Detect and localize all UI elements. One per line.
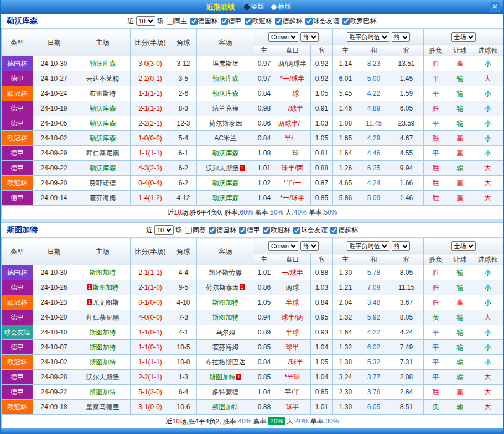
handicap-result-flag: 输 bbox=[448, 161, 472, 176]
league-checkbox[interactable] bbox=[221, 18, 228, 25]
avg-final-select[interactable]: 终 bbox=[392, 241, 410, 251]
layout-vertical-option[interactable]: 竖版 bbox=[244, 2, 264, 12]
away-odds: 1.03 bbox=[311, 116, 333, 131]
avg-lose-odds: 1.46 bbox=[389, 191, 424, 206]
same-home-checkbox[interactable] bbox=[167, 18, 174, 25]
result-flag: 胜 bbox=[424, 176, 448, 191]
league-checkbox[interactable] bbox=[305, 18, 313, 25]
handicap-line: *一/球半 bbox=[274, 71, 311, 86]
league-checkbox[interactable] bbox=[342, 18, 350, 25]
col-letgoal: 让球 bbox=[448, 45, 472, 56]
avg-final-select[interactable]: 终 bbox=[392, 32, 410, 42]
league-filter[interactable]: 欧罗巴杯 bbox=[340, 17, 377, 26]
near-label: 近 bbox=[146, 226, 153, 235]
odds-company-select[interactable]: Crown bbox=[268, 32, 298, 42]
away-odds: 0.84 bbox=[311, 295, 333, 310]
bottom-frame-bar bbox=[1, 428, 503, 434]
avg-draw-odds: 5.78 bbox=[358, 265, 389, 280]
league-filter[interactable]: 德超杯 bbox=[272, 17, 303, 26]
away-team-name: 霍芬海姆 bbox=[212, 343, 239, 351]
league-filter[interactable]: 德国杯 bbox=[206, 226, 236, 235]
league-filter[interactable]: 德甲 bbox=[236, 226, 260, 235]
match-count-select[interactable]: 10 bbox=[136, 16, 155, 26]
away-team-name: 勒沃库森 bbox=[212, 179, 239, 187]
away-team-name: 勒沃库森 bbox=[212, 194, 239, 202]
home-team-name: 斯图加特 bbox=[90, 343, 116, 351]
result-flag: 胜 bbox=[424, 131, 448, 146]
home-odds: 1.04 bbox=[254, 191, 274, 206]
result-flag: 平 bbox=[424, 340, 448, 355]
league-filter[interactable]: 德超杯 bbox=[328, 226, 358, 235]
away-odds: 0.91 bbox=[311, 101, 333, 116]
same-comp-label: 同赛 bbox=[193, 226, 206, 235]
league-badge: 德甲 bbox=[2, 370, 33, 385]
home-odds: 0.89 bbox=[254, 325, 274, 340]
filter-bar: 近 10 场 同赛 德国杯 德甲 欧冠杯 球会友谊 德超杯 bbox=[146, 225, 358, 235]
col-corner: 角球 bbox=[170, 29, 197, 56]
result-flag: 胜 bbox=[424, 280, 448, 295]
home-team-name: 费耶诺德 bbox=[90, 179, 116, 187]
league-filter[interactable]: 球会友谊 bbox=[303, 17, 340, 26]
match-count-select[interactable]: 10 bbox=[154, 225, 174, 235]
col-type: 类型 bbox=[2, 238, 33, 265]
result-flag: 胜 bbox=[424, 265, 448, 280]
league-checkbox[interactable] bbox=[263, 227, 270, 234]
league-filter-label: 欧罗巴杯 bbox=[350, 17, 377, 26]
radio-unselected-icon[interactable] bbox=[271, 4, 277, 10]
home-odds: 0.84 bbox=[254, 131, 274, 146]
odds-company-select[interactable]: Crown bbox=[268, 241, 298, 251]
odds-final-select[interactable]: 终 bbox=[300, 241, 319, 251]
goals-result-flag: 小 bbox=[472, 131, 503, 146]
home-team: 沃尔夫斯堡 bbox=[75, 370, 131, 385]
home-odds: 0.98 bbox=[254, 101, 274, 116]
league-checkbox[interactable] bbox=[275, 18, 282, 25]
home-team: 斯图加特 bbox=[75, 355, 131, 370]
league-filter[interactable]: 德国杯 bbox=[188, 17, 218, 26]
home-odds: 1.01 bbox=[254, 265, 274, 280]
summary-part: 大: bbox=[283, 208, 294, 216]
league-filter[interactable]: 欧冠杯 bbox=[260, 226, 290, 235]
radio-selected-icon[interactable] bbox=[244, 4, 250, 10]
match-date: 24-09-14 bbox=[33, 191, 75, 206]
league-filter[interactable]: 欧冠杯 bbox=[242, 17, 272, 26]
handicap-line: 一/球半 bbox=[274, 265, 311, 280]
vertical-radio-label[interactable]: 竖版 bbox=[251, 2, 264, 12]
avg-type-select[interactable]: 胜平负均值 bbox=[347, 241, 389, 251]
scope-select[interactable]: 全场 bbox=[451, 241, 476, 251]
avg-draw-odds: 3.48 bbox=[358, 295, 389, 310]
match-date: 24-10-26 bbox=[33, 280, 75, 295]
league-checkbox[interactable] bbox=[330, 227, 337, 234]
league-filter[interactable]: 德甲 bbox=[218, 17, 242, 26]
avg-lose-odds: 8.05 bbox=[389, 265, 424, 280]
col-date: 日期 bbox=[33, 29, 75, 56]
layout-horizontal-option[interactable]: 横版 bbox=[271, 2, 292, 12]
col-away: 客场 bbox=[197, 238, 254, 265]
odds-final-select[interactable]: 终 bbox=[300, 32, 319, 42]
away-odds: 0.88 bbox=[311, 265, 333, 280]
league-filter[interactable]: 球会友谊 bbox=[290, 226, 328, 235]
redcard-badge: 1 bbox=[87, 284, 92, 290]
match-row: 德甲 24-09-14 霍芬海姆 1-4(1-2) 4-12 勒沃库森 1.04… bbox=[2, 191, 503, 206]
home-team: 斯图加特 bbox=[75, 385, 131, 400]
goals-result-flag: 小 bbox=[472, 295, 503, 310]
summary-part: 单率: bbox=[309, 417, 326, 425]
league-checkbox[interactable] bbox=[293, 227, 300, 234]
away-team-name: 勒沃库森 bbox=[212, 75, 239, 82]
col-date: 日期 bbox=[33, 238, 75, 265]
league-checkbox[interactable] bbox=[239, 227, 246, 234]
league-checkbox[interactable] bbox=[245, 18, 252, 25]
league-checkbox[interactable] bbox=[209, 227, 216, 234]
horizontal-radio-label[interactable]: 横版 bbox=[278, 2, 292, 12]
scope-select[interactable]: 全场 bbox=[451, 32, 476, 42]
same-comp-checkbox[interactable] bbox=[185, 227, 192, 234]
league-checkbox[interactable] bbox=[190, 18, 198, 25]
avg-lose-odds: 6.05 bbox=[389, 101, 424, 116]
avg-type-select[interactable]: 胜平负均值 bbox=[347, 32, 389, 42]
handicap-line: 球半/两 bbox=[274, 161, 311, 176]
recent-results-window: 近期战绩 竖版 横版 ✕ 勒沃库森 近 10 场 同主 德国杯 德甲 bbox=[0, 0, 504, 434]
close-icon[interactable]: ✕ bbox=[490, 2, 500, 12]
redcard-badge: 1 bbox=[87, 299, 92, 305]
away-team: 勒沃库森 bbox=[197, 146, 254, 161]
result-flag: 平 bbox=[424, 146, 448, 161]
home-team: 拜仁慕尼黑 bbox=[75, 310, 131, 325]
